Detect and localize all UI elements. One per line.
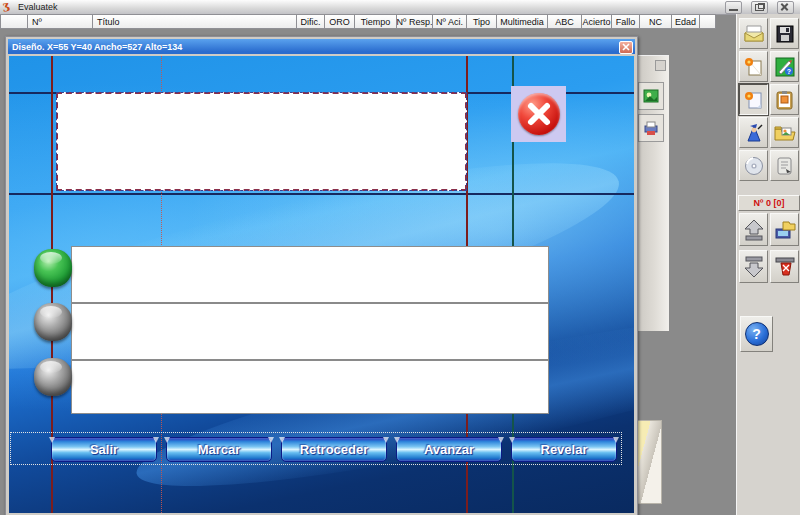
header-num-aci[interactable]: Nº Aci.: [433, 14, 467, 29]
open-envelope-button[interactable]: [739, 18, 768, 49]
design-question-icon: [744, 90, 764, 110]
question-grid-header: Nº Título Dific. ORO Tiempo Nº Resp. Nº …: [0, 14, 716, 29]
window-controls: [725, 1, 794, 14]
question-counter: Nº 0 [0]: [738, 195, 800, 211]
export-pc-icon: [774, 219, 796, 241]
header-abc[interactable]: ABC: [548, 14, 582, 29]
design-question-button[interactable]: [739, 84, 768, 115]
main-titlebar: Ʒ Evaluatek: [0, 0, 800, 15]
move-down-button[interactable]: [739, 250, 768, 283]
open-envelope-icon: [743, 25, 765, 43]
svg-text:?: ?: [786, 68, 790, 75]
new-question-button[interactable]: [739, 51, 768, 82]
option-button-2[interactable]: [34, 303, 72, 341]
window-title: Evaluatek: [18, 2, 58, 12]
right-toolbar: ? Nº 0 [0]: [736, 14, 800, 515]
designer-titlebar[interactable]: Diseño. X=55 Y=40 Ancho=527 Alto=134: [8, 39, 635, 54]
new-question-icon: [744, 57, 764, 77]
notes-icon: [775, 156, 795, 176]
header-num-resp[interactable]: Nº Resp.: [397, 14, 433, 29]
header-multimedia[interactable]: Multimedia: [497, 14, 548, 29]
header-numero[interactable]: Nº: [28, 14, 93, 29]
header-tiempo[interactable]: Tiempo: [355, 14, 397, 29]
header-oro[interactable]: ORO: [325, 14, 355, 29]
evaluatek-app: Ʒ Evaluatek Nº Título Dific. ORO Tiempo …: [0, 0, 800, 515]
cd-disc-icon: [744, 156, 764, 176]
open-folder-image-button[interactable]: [770, 117, 799, 148]
close-x-icon: [622, 43, 630, 51]
header-tipo[interactable]: Tipo: [467, 14, 497, 29]
background-print-tool-icon: [638, 114, 664, 142]
background-window-fragment: [636, 55, 669, 331]
close-sprite-block[interactable]: [511, 86, 566, 142]
option-button-1[interactable]: [34, 249, 72, 287]
designer-close-button[interactable]: [619, 41, 633, 54]
clipboard-image-button[interactable]: [770, 84, 799, 115]
red-x-icon[interactable]: [518, 93, 560, 135]
header-end-spacer: [700, 14, 716, 29]
clipboard-image-icon: [775, 90, 795, 110]
marcar-button[interactable]: Marcar: [166, 437, 272, 462]
save-floppy-button[interactable]: [770, 18, 799, 49]
background-image-tool-icon: [638, 82, 664, 110]
header-dificultad[interactable]: Dific.: [297, 14, 325, 29]
header-fallo[interactable]: Fallo: [612, 14, 640, 29]
answer-row-divider: [72, 302, 548, 304]
design-canvas[interactable]: Salir Marcar Retroceder Avanzar Revelar: [9, 56, 634, 513]
answer-list-box[interactable]: [71, 246, 549, 414]
cd-disc-button[interactable]: [739, 150, 768, 181]
save-question-button[interactable]: ?: [770, 51, 799, 82]
notes-button[interactable]: [770, 150, 799, 181]
delete-mark-button[interactable]: [770, 250, 799, 283]
option-button-3[interactable]: [34, 358, 72, 396]
header-acierto[interactable]: Acierto: [582, 14, 612, 29]
avanzar-button[interactable]: Avanzar: [396, 437, 502, 462]
revelar-button[interactable]: Revelar: [511, 437, 617, 462]
help-icon: ?: [745, 322, 769, 346]
background-folder-fragment: [637, 420, 662, 504]
close-button[interactable]: [777, 1, 794, 14]
background-close-icon: [655, 60, 666, 71]
retroceder-button[interactable]: Retroceder: [281, 437, 387, 462]
nav-button-row: Salir Marcar Retroceder Avanzar Revelar: [51, 437, 617, 462]
move-down-icon: [743, 255, 765, 279]
save-question-icon: ?: [775, 57, 795, 77]
minimize-button[interactable]: [725, 1, 742, 14]
wizard-icon: [744, 123, 764, 143]
answer-row-divider: [72, 359, 548, 361]
move-up-icon: [743, 218, 765, 242]
salir-button[interactable]: Salir: [51, 437, 157, 462]
export-pc-button[interactable]: [770, 213, 799, 246]
designer-window: Diseño. X=55 Y=40 Ancho=527 Alto=134: [5, 36, 638, 515]
guide-hline-mid: [9, 193, 634, 195]
question-title-box[interactable]: [56, 92, 467, 191]
save-floppy-icon: [776, 25, 794, 43]
restore-button[interactable]: [751, 1, 768, 14]
wizard-button[interactable]: [739, 117, 768, 148]
help-button[interactable]: ?: [740, 316, 773, 352]
delete-mark-icon: [774, 255, 796, 279]
header-spacer: [0, 14, 28, 29]
header-nc[interactable]: NC: [640, 14, 672, 29]
move-up-button[interactable]: [739, 213, 768, 246]
header-titulo[interactable]: Título: [93, 14, 297, 29]
app-logo-icon: Ʒ: [2, 1, 14, 13]
open-folder-image-icon: [774, 124, 796, 142]
header-edad[interactable]: Edad: [672, 14, 700, 29]
designer-title: Diseño. X=55 Y=40 Ancho=527 Alto=134: [12, 42, 182, 52]
